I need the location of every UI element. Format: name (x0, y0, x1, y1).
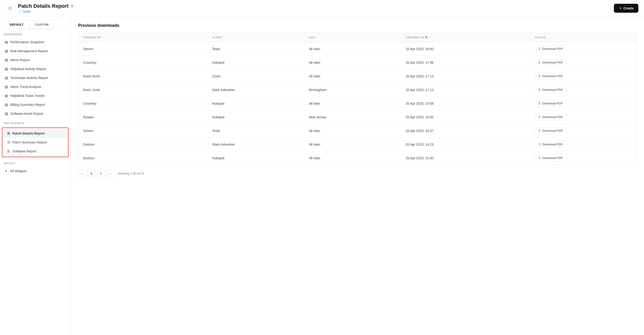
cell-created-by: Dashun (83, 143, 212, 146)
billing-summary-icon: ▦ (5, 103, 8, 107)
sidebar-item-software-asset-report[interactable]: ▦ Software Asset Report (1, 109, 70, 118)
table-row: Courtney Hubspot All sites 20 Apr 2023, … (78, 97, 636, 110)
download-pdf-button[interactable]: ↧ Download PDF (535, 73, 566, 79)
section-title: Previous downloads (78, 23, 636, 28)
table-row: Kevin Scott Zoom All sites 20 Apr 2023, … (78, 69, 636, 83)
download-pdf-button[interactable]: ↧ Download PDF (535, 127, 566, 134)
patch-summary-icon: ⊞ (7, 140, 10, 144)
cell-site: All sites (309, 47, 406, 51)
all-widgets-icon: ✦ (5, 169, 8, 173)
sidebar-item-software-report[interactable]: ⊞ Software Report (3, 147, 67, 156)
table-header: CREATED BY CLIENT SITE CREATED ON ⇅ STAT… (78, 33, 636, 42)
create-button[interactable]: ＋ Create (614, 4, 638, 13)
col-header-client: CLIENT (212, 36, 309, 39)
cell-client: Tesla (212, 47, 309, 51)
sort-icon: ⇅ (425, 36, 428, 39)
page-1-button[interactable]: 1 (88, 170, 95, 177)
risk-management-icon: ▦ (5, 49, 8, 53)
page-2-button[interactable]: 2 (97, 170, 104, 177)
sidebar-item-label: All Widgets (10, 169, 26, 173)
cell-client: Hubspot (212, 61, 309, 64)
cell-created-on: 20 Apr 2023, 17:56 (406, 61, 535, 64)
cell-status: ↧ Download PDF (535, 114, 632, 120)
cell-client: Hubspot (212, 156, 309, 160)
download-label: Download PDF (542, 143, 563, 146)
cell-site: All sites (309, 102, 406, 105)
cell-created-by: Steven (83, 47, 212, 51)
download-icon: ↧ (538, 74, 541, 78)
sidebar: DEFAULT CUSTOM DASHBOARD ▦ Performance S… (0, 16, 70, 335)
cell-site: All sites (309, 156, 406, 160)
cell-created-on: 20 Apr 2023, 15:08 (406, 102, 535, 105)
download-icon: ↧ (538, 115, 541, 119)
section-label-dashboard: DASHBOARD (0, 29, 70, 38)
download-pdf-button[interactable]: ↧ Download PDF (535, 141, 566, 148)
sidebar-item-billing-summary-report[interactable]: ▦ Billing Summary Report (1, 100, 70, 109)
downloads-table: CREATED BY CLIENT SITE CREATED ON ⇅ STAT… (78, 33, 636, 165)
download-pdf-button[interactable]: ↧ Download PDF (535, 155, 566, 161)
section-label-pdf-reports: PDF REPORTS (0, 118, 70, 127)
sidebar-item-all-widgets[interactable]: ✦ All Widgets (1, 167, 70, 176)
cell-created-by: Dashun (83, 156, 212, 160)
table-row: Courtney Hubspot All sites 20 Apr 2023, … (78, 56, 636, 69)
sidebar-item-label: Risk Management Report (10, 49, 48, 53)
performance-snapshot-icon: ▦ (5, 40, 8, 44)
col-header-site: SITE (309, 36, 406, 39)
cell-site: All sites (309, 74, 406, 78)
tab-default[interactable]: DEFAULT (4, 20, 30, 29)
download-pdf-button[interactable]: ↧ Download PDF (535, 114, 566, 120)
menu-icon[interactable]: ≡ (71, 4, 74, 9)
col-header-status: STATUS (535, 36, 632, 39)
download-pdf-button[interactable]: ↧ Download PDF (535, 100, 566, 107)
header-title-row: Patch Details Report ≡ (18, 3, 74, 9)
cell-status: ↧ Download PDF (535, 155, 632, 161)
section-label-widget: WIDGET (0, 158, 70, 167)
table-row: Dashun Hubspot All sites 20 Apr 2023, 12… (78, 151, 636, 165)
sidebar-item-label: Helpdesk Activity Report (10, 67, 46, 71)
col-header-created-on[interactable]: CREATED ON ⇅ (406, 36, 535, 39)
cell-created-on: 20 Apr 2023, 14:37 (406, 129, 535, 133)
table-row: Dashun Stark Industries All sites 20 Apr… (78, 138, 636, 151)
table-row: Rizwan Hubspot New Jersey 20 Apr 2023, 1… (78, 110, 636, 124)
prev-page-button[interactable]: ‹ (78, 170, 86, 177)
cell-status: ↧ Download PDF (535, 59, 632, 66)
guide-label: Guide (22, 10, 31, 13)
sidebar-item-label: Alerts Trend Analysis (10, 85, 41, 89)
download-label: Download PDF (542, 88, 563, 91)
download-label: Download PDF (542, 156, 563, 160)
sidebar-item-risk-management-report[interactable]: ▦ Risk Management Report (1, 46, 70, 55)
download-icon: ↧ (538, 61, 541, 64)
sidebar-item-patch-summary-report[interactable]: ⊞ Patch Summary Report (3, 138, 67, 147)
sidebar-item-label: Technician Activity Report (10, 76, 48, 80)
header: ⊡ Patch Details Report ≡ 📄 Guide ＋ Creat… (0, 0, 644, 16)
cell-created-on: 20 Apr 2023, 18:00 (406, 47, 535, 51)
cell-site: All sites (309, 61, 406, 64)
guide-doc-icon: 📄 (18, 10, 22, 13)
cell-created-on: 20 Apr 2023, 17:13 (406, 74, 535, 78)
download-label: Download PDF (542, 115, 563, 119)
sidebar-item-helpdesk-ticket-trends[interactable]: ▦ Helpdesk Ticket Trends (1, 91, 70, 100)
cell-created-on: 20 Apr 2023, 12:40 (406, 156, 535, 160)
tab-custom[interactable]: CUSTOM (30, 20, 54, 29)
cell-created-on: 20 Apr 2023, 14:29 (406, 143, 535, 146)
download-pdf-button[interactable]: ↧ Download PDF (535, 86, 566, 93)
download-pdf-button[interactable]: ↧ Download PDF (535, 45, 566, 52)
guide-link[interactable]: 📄 Guide (18, 10, 74, 13)
sidebar-item-patch-details-report[interactable]: ⊞ Patch Details Report (3, 129, 67, 138)
sidebar-item-alerts-trend-analysis[interactable]: ▦ Alerts Trend Analysis (1, 82, 70, 91)
next-page-button[interactable]: › (106, 170, 114, 177)
download-label: Download PDF (542, 74, 563, 78)
sidebar-item-label: Patch Summary Report (12, 140, 47, 144)
sidebar-item-helpdesk-activity-report[interactable]: ▦ Helpdesk Activity Report (1, 64, 70, 73)
header-title-group: Patch Details Report ≡ 📄 Guide (18, 3, 74, 13)
sidebar-item-technician-activity-report[interactable]: ▦ Technician Activity Report (1, 73, 70, 82)
cell-status: ↧ Download PDF (535, 73, 632, 79)
sidebar-item-performance-snapshot[interactable]: ▦ Performance Snapshot (1, 38, 70, 46)
download-label: Download PDF (542, 61, 563, 64)
download-label: Download PDF (542, 129, 563, 132)
sidebar-item-alerts-report[interactable]: ▦ Alerts Report (1, 55, 70, 64)
cell-created-on: 20 Apr 2023, 17:13 (406, 88, 535, 92)
table-row: Steven Tesla All sites 20 Apr 2023, 14:3… (78, 124, 636, 138)
table-row: Steven Tesla All sites 20 Apr 2023, 18:0… (78, 42, 636, 56)
download-pdf-button[interactable]: ↧ Download PDF (535, 59, 566, 66)
